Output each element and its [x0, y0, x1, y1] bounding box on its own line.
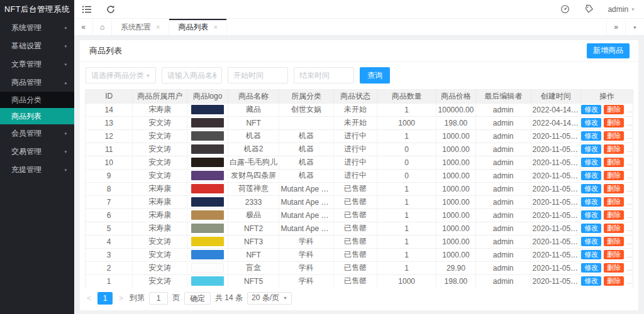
tab-product-list[interactable]: 商品列表× [169, 19, 226, 35]
menu-collapse-icon[interactable] [82, 4, 92, 14]
cell-id: 5 [86, 222, 133, 235]
edit-button[interactable]: 修改 [581, 224, 601, 233]
pagination-page-1[interactable]: 1 [97, 292, 113, 305]
delete-button[interactable]: 删除 [604, 105, 624, 114]
delete-button[interactable]: 删除 [604, 263, 624, 273]
close-icon[interactable]: × [213, 23, 217, 31]
more-actions[interactable]: ... [626, 146, 632, 153]
more-actions[interactable]: ... [626, 172, 632, 180]
edit-button[interactable]: 修改 [581, 118, 601, 127]
more-actions[interactable]: ... [626, 278, 632, 285]
column-header-9: 创建时间 [531, 90, 580, 103]
tabs-scroll-right-icon[interactable]: » [606, 19, 625, 35]
edit-button[interactable]: 修改 [581, 105, 601, 114]
edit-button[interactable]: 修改 [581, 250, 601, 259]
more-actions[interactable]: ... [626, 225, 632, 232]
edit-button[interactable]: 修改 [581, 131, 601, 141]
pagination-prev-icon[interactable]: < [85, 294, 93, 303]
more-actions[interactable]: ... [626, 212, 632, 219]
delete-button[interactable]: 删除 [604, 210, 624, 220]
more-actions[interactable]: ... [626, 264, 632, 272]
cell-category: 学科 [279, 248, 333, 261]
delete-button[interactable]: 删除 [604, 118, 624, 127]
sidebar-item-label: 充提管理 [11, 161, 42, 179]
sidebar-item-basic-settings[interactable]: 基础设置▼ [0, 37, 74, 55]
cell-status: 已售罄 [333, 195, 377, 208]
cell-editor: admin [475, 156, 531, 169]
sidebar-item-product-management[interactable]: 商品管理▲ [0, 73, 74, 92]
cell-category: 机器 [279, 156, 333, 169]
delete-button[interactable]: 删除 [604, 237, 624, 246]
more-actions[interactable]: ... [626, 159, 632, 166]
tabs-scroll-left-icon[interactable]: « [74, 19, 93, 35]
cell-created-time: 2020-11-05 19:2... [531, 195, 580, 208]
dashboard-icon[interactable] [560, 4, 570, 14]
pagination-goto-input[interactable] [149, 292, 168, 305]
sidebar-item-system-management[interactable]: 系统管理▼ [0, 19, 74, 37]
more-actions[interactable]: ... [626, 119, 632, 127]
edit-button[interactable]: 修改 [581, 158, 601, 167]
delete-button[interactable]: 删除 [604, 171, 624, 180]
table-row: 14宋寿康藏品创世女娲未开始1100000.00admin2022-04-14 … [86, 103, 633, 116]
more-actions[interactable]: ... [626, 106, 632, 114]
sidebar-item-trade-management[interactable]: 交易管理▼ [0, 143, 74, 161]
table-row: 6宋寿康极品Mutant Ape Planet已售罄11000.00admin2… [86, 208, 633, 222]
add-product-button[interactable]: 新增商品 [587, 43, 630, 58]
delete-button[interactable]: 删除 [604, 276, 624, 286]
page-size-select[interactable]: 20 条/页 ▼ [247, 292, 292, 305]
cell-quantity: 0 [377, 169, 436, 182]
chevron-down-icon: ▼ [631, 7, 635, 11]
category-select[interactable]: 请选择商品分类 ▼ [86, 67, 156, 84]
sidebar-item-product-list[interactable]: 商品列表 [0, 108, 74, 124]
sidebar-item-product-category[interactable]: 商品分类 [0, 92, 74, 108]
cell-created-time: 2020-11-05 19:5... [531, 169, 580, 182]
edit-button[interactable]: 修改 [581, 171, 601, 180]
search-button[interactable]: 查询 [360, 67, 390, 84]
chevron-down-icon: ▼ [64, 56, 67, 72]
chevron-down-icon: ▼ [146, 73, 150, 78]
cell-category: 机器 [279, 169, 333, 182]
row-actions: 修改删除... [582, 117, 631, 129]
delete-button[interactable]: 删除 [604, 144, 624, 154]
tag-icon[interactable] [584, 4, 594, 14]
cell-name: 极品 [228, 208, 279, 222]
edit-button[interactable]: 修改 [581, 276, 601, 286]
more-actions[interactable]: ... [626, 238, 632, 246]
delete-button[interactable]: 删除 [604, 131, 624, 141]
user-menu[interactable]: admin ▼ [608, 5, 635, 14]
cell-id: 2 [86, 261, 133, 274]
cell-created-time: 2020-11-05 19:1... [531, 261, 580, 274]
pagination-confirm-button[interactable]: 确定 [184, 292, 211, 305]
pagination-next-icon[interactable]: > [117, 294, 125, 303]
tabs-menu-icon[interactable]: ▼ [625, 19, 644, 35]
edit-button[interactable]: 修改 [581, 263, 601, 273]
delete-button[interactable]: 删除 [604, 250, 624, 259]
delete-button[interactable]: 删除 [604, 184, 624, 193]
sidebar-item-member-management[interactable]: 会员管理▼ [0, 124, 74, 143]
tab-label: 系统配置 [121, 22, 151, 33]
end-time-input[interactable] [294, 67, 354, 84]
sidebar-item-article-management[interactable]: 文章管理▼ [0, 55, 74, 73]
cell-actions: 修改删除... [580, 274, 633, 288]
sidebar-item-recharge-management[interactable]: 充提管理▼ [0, 161, 74, 179]
cell-owner: 宋寿康 [133, 195, 187, 208]
more-actions[interactable]: ... [626, 185, 632, 193]
more-actions[interactable]: ... [626, 251, 632, 259]
more-actions[interactable]: ... [626, 198, 632, 206]
product-name-input[interactable] [162, 67, 222, 84]
cell-actions: 修改删除... [580, 143, 633, 156]
more-actions[interactable]: ... [626, 133, 632, 140]
home-icon[interactable]: ⌂ [93, 19, 112, 35]
refresh-icon[interactable] [106, 4, 116, 14]
delete-button[interactable]: 删除 [604, 158, 624, 167]
edit-button[interactable]: 修改 [581, 184, 601, 193]
edit-button[interactable]: 修改 [581, 237, 601, 246]
tab-system-config[interactable]: 系统配置× [112, 19, 169, 35]
edit-button[interactable]: 修改 [581, 210, 601, 220]
delete-button[interactable]: 删除 [604, 197, 624, 207]
edit-button[interactable]: 修改 [581, 144, 601, 154]
edit-button[interactable]: 修改 [581, 197, 601, 207]
delete-button[interactable]: 删除 [604, 224, 624, 233]
close-icon[interactable]: × [156, 23, 160, 31]
start-time-input[interactable] [228, 67, 288, 84]
